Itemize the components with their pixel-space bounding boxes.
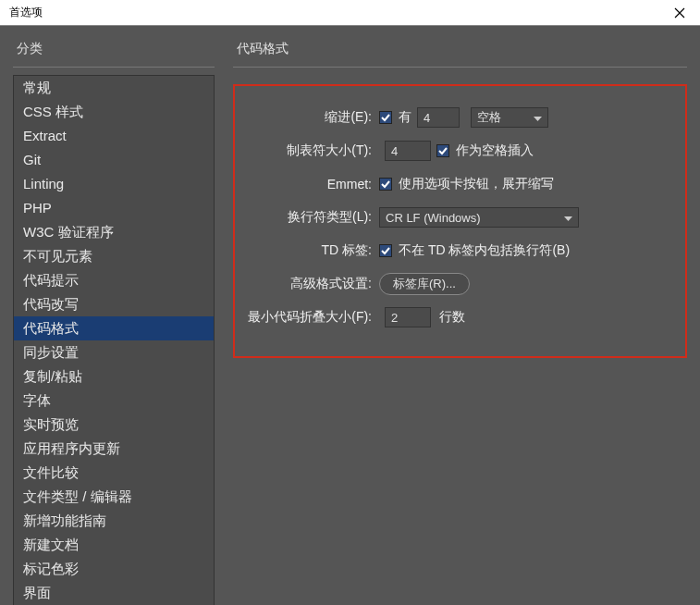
minfold-input[interactable] (385, 307, 431, 327)
sidebar-item[interactable]: 标记色彩 (14, 557, 214, 581)
sidebar-item[interactable]: PHP (14, 196, 214, 220)
sidebar-item[interactable]: CSS 样式 (14, 100, 214, 124)
dialog-body: 分类 常规CSS 样式ExtractGitLintingPHPW3C 验证程序不… (0, 26, 700, 605)
minfold-suffix: 行数 (439, 309, 465, 326)
tabsize-label: 制表符大小(T): (244, 142, 379, 159)
indent-has-text: 有 (399, 109, 411, 126)
row-tdtag: TD 标签: 不在 TD 标签内包括换行符(B) (244, 240, 670, 262)
sidebar-item[interactable]: 代码提示 (14, 268, 214, 292)
sidebar-item[interactable]: 代码改写 (14, 292, 214, 316)
sidebar-item[interactable]: Git (14, 148, 214, 172)
tdtag-label: TD 标签: (244, 242, 379, 259)
linebreak-label: 换行符类型(L): (244, 209, 379, 226)
row-minfold: 最小代码折叠大小(F): 行数 (244, 306, 670, 328)
emmet-checkbox[interactable] (379, 178, 392, 191)
chevron-down-icon (555, 211, 572, 225)
sidebar-item[interactable]: 字体 (14, 389, 214, 413)
tdtag-text: 不在 TD 标签内包括换行符(B) (399, 242, 570, 259)
panel-header: 代码格式 (233, 35, 687, 68)
sidebar-item[interactable]: 同步设置 (14, 340, 214, 364)
indent-checkbox[interactable] (379, 111, 392, 124)
indent-unit-select[interactable]: 空格 (471, 107, 548, 128)
sidebar-item[interactable]: W3C 验证程序 (14, 220, 214, 244)
sidebar-item[interactable]: 新增功能指南 (14, 509, 214, 533)
minfold-label: 最小代码折叠大小(F): (244, 309, 379, 326)
sidebar-item[interactable]: 新建文档 (14, 533, 214, 557)
settings-panel: 代码格式 缩进(E): 有 空格 制表符大小(T): 作为空格插 (215, 35, 687, 605)
linebreak-value: CR LF (Windows) (386, 211, 481, 225)
sidebar-item[interactable]: 文件类型 / 编辑器 (14, 485, 214, 509)
advanced-label: 高级格式设置: (244, 276, 379, 292)
sidebar-item[interactable]: 常规 (14, 76, 214, 100)
sidebar-header: 分类 (13, 35, 215, 68)
sidebar-item[interactable]: Linting (14, 172, 214, 196)
row-linebreak: 换行符类型(L): CR LF (Windows) (244, 206, 670, 228)
tdtag-checkbox[interactable] (379, 244, 392, 257)
tabsize-input[interactable] (385, 141, 431, 161)
settings-box: 缩进(E): 有 空格 制表符大小(T): 作为空格插入 Em (233, 84, 687, 358)
row-indent: 缩进(E): 有 空格 (244, 106, 670, 129)
sidebar-item[interactable]: 复制/粘贴 (14, 364, 214, 389)
sidebar-item[interactable]: 代码格式 (14, 316, 214, 340)
indent-value-input[interactable] (417, 107, 460, 128)
chevron-down-icon (524, 111, 542, 125)
sidebar-item[interactable]: 不可见元素 (14, 244, 214, 268)
tag-library-button[interactable]: 标签库(R)... (379, 273, 470, 295)
row-emmet: Emmet: 使用选项卡按钮，展开缩写 (244, 173, 670, 195)
close-button[interactable] (665, 2, 694, 24)
window-title: 首选项 (9, 5, 665, 20)
category-list[interactable]: 常规CSS 样式ExtractGitLintingPHPW3C 验证程序不可见元… (13, 75, 215, 605)
sidebar-item[interactable]: 文件比较 (14, 461, 214, 485)
sidebar-item[interactable]: 实时预览 (14, 413, 214, 437)
sidebar-item[interactable]: 界面 (14, 581, 214, 605)
row-advanced: 高级格式设置: 标签库(R)... (244, 273, 670, 295)
tabsize-as-spaces-checkbox[interactable] (436, 144, 449, 157)
sidebar-item[interactable]: 应用程序内更新 (14, 437, 214, 461)
title-bar: 首选项 (0, 0, 700, 26)
category-sidebar: 分类 常规CSS 样式ExtractGitLintingPHPW3C 验证程序不… (13, 35, 215, 605)
indent-unit-value: 空格 (477, 109, 501, 126)
sidebar-item[interactable]: Extract (14, 124, 214, 148)
tabsize-as-spaces-text: 作为空格插入 (456, 142, 534, 159)
indent-label: 缩进(E): (244, 109, 379, 126)
emmet-text: 使用选项卡按钮，展开缩写 (399, 176, 554, 192)
emmet-label: Emmet: (244, 177, 379, 191)
linebreak-select[interactable]: CR LF (Windows) (379, 207, 579, 228)
row-tabsize: 制表符大小(T): 作为空格插入 (244, 140, 670, 162)
